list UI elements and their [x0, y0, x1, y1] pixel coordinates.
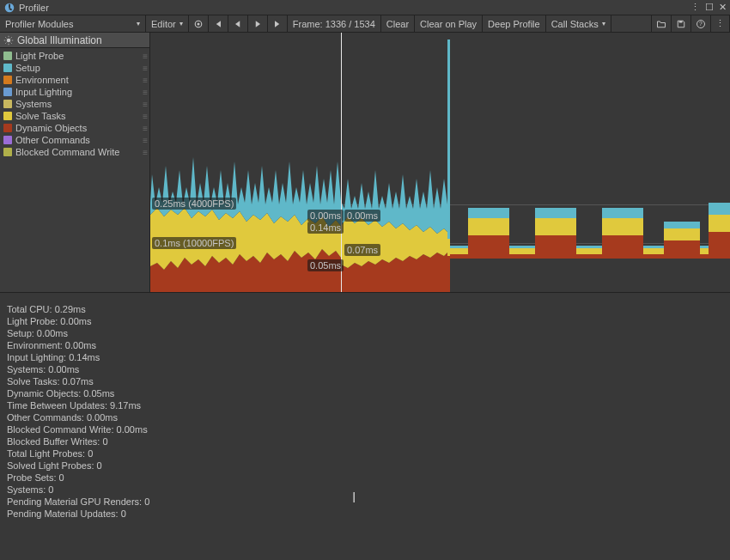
drag-handle-icon[interactable]: ≡: [143, 124, 146, 133]
last-frame-button[interactable]: [268, 15, 288, 32]
svg-line-13: [5, 37, 6, 38]
legend-item[interactable]: Light Probe≡: [0, 50, 149, 62]
call-stacks-dropdown[interactable]: Call Stacks: [546, 15, 611, 32]
legend-item[interactable]: Systems≡: [0, 98, 149, 110]
svg-rect-5: [679, 21, 683, 22]
details-pane: Total CPU: 0.29msLight Probe: 0.00msSetu…: [0, 292, 730, 560]
detail-line: Pending Material Updates: 0: [7, 508, 723, 520]
svg-rect-33: [664, 240, 700, 258]
detail-line: Total Light Probes: 0: [7, 447, 723, 460]
detail-line: Time Between Updates: 9.17ms: [7, 399, 723, 411]
maximize-icon[interactable]: ☐: [705, 2, 714, 13]
legend-label: Solve Tasks: [15, 111, 66, 121]
legend-swatch: [3, 136, 12, 144]
detail-line: Blocked Buffer Writes: 0: [7, 435, 723, 447]
window-title: Profiler: [19, 3, 690, 13]
menu-button[interactable]: ⋮: [711, 15, 730, 32]
legend-item[interactable]: Blocked Command Write≡: [0, 146, 149, 158]
legend-item[interactable]: Input Lighting≡: [0, 86, 149, 98]
save-button[interactable]: [672, 15, 691, 32]
titlebar: Profiler ⋮ ☐ ✕: [0, 0, 730, 15]
svg-rect-31: [602, 218, 643, 235]
load-button[interactable]: [652, 15, 672, 32]
svg-rect-34: [664, 228, 700, 240]
svg-line-15: [5, 42, 6, 43]
legend-label: Systems: [15, 99, 52, 109]
legend-item[interactable]: Setup≡: [0, 62, 149, 74]
svg-rect-28: [535, 218, 576, 235]
legend-swatch: [3, 64, 12, 72]
svg-line-16: [11, 37, 12, 38]
profiler-modules-dropdown[interactable]: Profiler Modules: [0, 15, 146, 32]
legend-item[interactable]: Solve Tasks≡: [0, 110, 149, 122]
legend-label: Other Commands: [15, 135, 90, 145]
drag-handle-icon[interactable]: ≡: [143, 64, 146, 73]
clear-on-play-button[interactable]: Clear on Play: [415, 15, 483, 32]
svg-rect-26: [468, 208, 509, 218]
chart-area[interactable]: 0.25ms (4000FPS) 0.1ms (10000FPS) 0.00ms…: [150, 33, 730, 292]
svg-point-4: [197, 22, 199, 25]
toolbar: Profiler Modules Editor Frame: 1336 / 15…: [0, 15, 730, 33]
detail-line: Other Commands: 0.00ms: [7, 411, 723, 423]
detail-line: Dynamic Objects: 0.05ms: [7, 387, 723, 399]
cursor-readout-3: 0.14ms: [307, 222, 344, 234]
svg-rect-24: [468, 235, 509, 258]
drag-handle-icon[interactable]: ≡: [143, 112, 146, 121]
svg-rect-35: [664, 222, 700, 228]
kebab-icon: ⋮: [715, 18, 725, 29]
save-icon: [676, 19, 686, 29]
close-icon[interactable]: ✕: [719, 2, 727, 13]
drag-handle-icon[interactable]: ≡: [143, 100, 146, 109]
sidebar: Global Illumination Light Probe≡Setup≡En…: [0, 33, 150, 292]
drag-handle-icon[interactable]: ≡: [143, 136, 146, 145]
profiler-icon: [3, 2, 15, 14]
svg-rect-37: [709, 215, 730, 232]
drag-handle-icon[interactable]: ≡: [143, 148, 146, 157]
svg-rect-30: [602, 235, 643, 258]
svg-rect-38: [709, 203, 730, 215]
prev-frame-button[interactable]: [228, 15, 248, 32]
svg-rect-27: [535, 235, 576, 258]
detail-line: Blocked Command Write: 0.00ms: [7, 423, 723, 435]
legend-item[interactable]: Environment≡: [0, 74, 149, 86]
svg-line-14: [11, 42, 12, 43]
gi-icon: [3, 35, 14, 46]
cursor-readout-4: 0.07ms: [344, 244, 380, 256]
svg-rect-29: [535, 208, 576, 218]
legend-item[interactable]: Dynamic Objects≡: [0, 122, 149, 134]
detail-line: Systems: 0: [7, 484, 723, 496]
next-frame-button[interactable]: [248, 15, 268, 32]
drag-handle-icon[interactable]: ≡: [143, 76, 146, 85]
context-menu-icon[interactable]: ⋮: [690, 2, 700, 13]
clear-button[interactable]: Clear: [381, 15, 415, 32]
drag-handle-icon[interactable]: ≡: [143, 88, 146, 97]
legend-swatch: [3, 148, 12, 156]
legend-item[interactable]: Other Commands≡: [0, 134, 149, 146]
svg-rect-25: [468, 218, 509, 235]
record-icon: [193, 19, 204, 29]
module-header[interactable]: Global Illumination: [0, 33, 149, 48]
svg-text:?: ?: [699, 21, 703, 27]
detail-line: Input Lighting: 0.14ms: [7, 351, 723, 363]
prev-icon: [233, 19, 243, 29]
chart-svg: [150, 33, 730, 292]
deep-profile-button[interactable]: Deep Profile: [483, 15, 546, 32]
target-dropdown[interactable]: Editor: [146, 15, 189, 32]
text-cursor-icon: I: [352, 490, 356, 506]
gridline-label-025: 0.25ms (4000FPS): [152, 198, 236, 210]
legend-swatch: [3, 88, 12, 96]
first-frame-button[interactable]: [209, 15, 228, 32]
help-button[interactable]: ?: [691, 15, 711, 32]
drag-handle-icon[interactable]: ≡: [143, 52, 146, 61]
legend: Light Probe≡Setup≡Environment≡Input Ligh…: [0, 48, 149, 160]
detail-line: Solve Tasks: 0.07ms: [7, 375, 723, 387]
svg-rect-36: [709, 232, 730, 258]
legend-label: Blocked Command Write: [15, 147, 119, 157]
legend-swatch: [3, 76, 12, 84]
legend-label: Environment: [15, 75, 69, 85]
frame-cursor[interactable]: [341, 33, 342, 292]
legend-label: Input Lighting: [15, 87, 72, 97]
legend-label: Setup: [15, 63, 40, 73]
record-button[interactable]: [189, 15, 209, 32]
help-icon: ?: [696, 19, 706, 29]
